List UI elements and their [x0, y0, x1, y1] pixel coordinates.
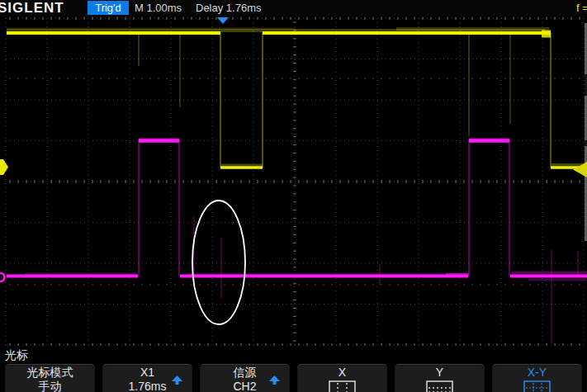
- x-cursor-icon: [329, 380, 357, 392]
- y-cursor-icon: [426, 380, 454, 392]
- graticule: [6, 17, 584, 347]
- button-label: Y: [395, 366, 485, 380]
- softkey-buttons: 光标模式 手动 X1 1.76ms 信源 CH2 X: [5, 364, 582, 392]
- frequency-readout: f =: [576, 2, 587, 14]
- trigger-position-marker[interactable]: [217, 17, 229, 24]
- highlight-ellipse-annotation: [192, 201, 245, 324]
- menu-title: 光标: [5, 348, 28, 363]
- scope-display: [0, 0, 587, 392]
- softkey-menu: 光标 光标模式 手动 X1 1.76ms 信源 CH2 X: [0, 346, 587, 392]
- button-label: X-Y: [492, 366, 582, 380]
- ch2-trace: [7, 138, 587, 343]
- status-bar: SIGLENT Trig'd M 1.00ms Delay 1.76ms f =: [0, 0, 587, 17]
- ch2-ground-marker[interactable]: [0, 273, 5, 281]
- ch1-trace: [7, 27, 587, 169]
- brand-logo: SIGLENT: [0, 0, 64, 17]
- x-cursor-button[interactable]: X: [297, 364, 387, 392]
- trigger-status-badge[interactable]: Trig'd: [88, 1, 129, 15]
- xy-grid-icon: [523, 380, 551, 392]
- up-arrow-icon: [269, 375, 280, 385]
- source-button[interactable]: 信源 CH2: [200, 364, 290, 392]
- ch1-level-marker[interactable]: [0, 159, 8, 175]
- y-cursor-button[interactable]: Y: [395, 364, 485, 392]
- up-arrow-icon: [172, 375, 182, 385]
- xy-mode-button[interactable]: X-Y: [492, 364, 582, 392]
- button-label: 光标模式: [5, 366, 95, 380]
- button-value: 手动: [5, 380, 95, 392]
- button-label: X: [297, 366, 387, 380]
- delay-readout: Delay 1.76ms: [196, 2, 261, 14]
- timebase-readout: M 1.00ms: [135, 2, 182, 14]
- cursor-mode-button[interactable]: 光标模式 手动: [5, 364, 95, 392]
- x1-position-button[interactable]: X1 1.76ms: [102, 364, 192, 392]
